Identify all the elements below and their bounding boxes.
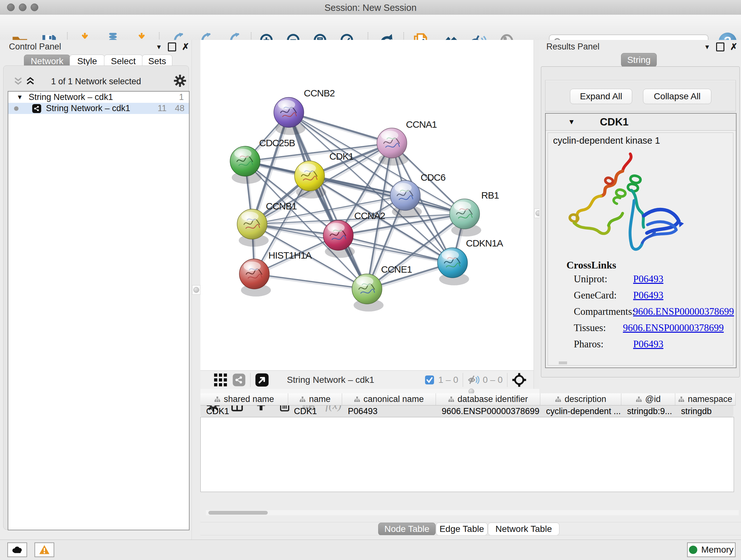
tree-expander-icon[interactable]: ▼	[17, 94, 23, 101]
crosslink-link[interactable]: 9606.ENSP00000378699	[623, 322, 724, 334]
table-cell[interactable]: stringdb	[675, 406, 735, 417]
left-splitter[interactable]	[192, 40, 201, 540]
network-node-ccne1[interactable]	[352, 274, 384, 312]
memory-button[interactable]: Memory	[687, 543, 736, 557]
gene-card-header[interactable]: ▼ CDK1	[546, 114, 736, 131]
gene-description: cyclin-dependent kinase 1	[553, 135, 660, 146]
column-header-name[interactable]: name	[288, 393, 342, 406]
birdseye-icon[interactable]	[255, 373, 269, 387]
tree-icon	[555, 396, 561, 402]
warnings-button[interactable]	[35, 543, 54, 557]
table-cell[interactable]: cyclin-dependent ...	[540, 406, 621, 417]
cloud-icon	[11, 544, 23, 556]
table-cell[interactable]: CDK1	[200, 406, 288, 417]
table-cell[interactable]: P06493	[342, 406, 435, 417]
node-table[interactable]: shared namenamecanonical namedatabase id…	[200, 417, 734, 492]
network-node-ccnb1[interactable]	[237, 209, 269, 247]
network-node-cdk1[interactable]	[294, 161, 326, 199]
network-options-gear-icon[interactable]	[174, 75, 186, 87]
panel-collapse-icon[interactable]: ▼	[704, 44, 711, 51]
tab-node-table[interactable]: Node Table	[378, 523, 435, 536]
tab-edge-table[interactable]: Edge Table	[436, 523, 488, 536]
column-header-description[interactable]: description	[540, 393, 621, 406]
crosslink-link[interactable]: P06493	[633, 273, 664, 285]
hidden-eye-icon[interactable]	[468, 374, 480, 386]
table-cell[interactable]: stringdb:9...	[621, 406, 675, 417]
panel-float-icon[interactable]	[168, 43, 176, 51]
toolbar-separator	[250, 373, 251, 387]
column-header--id[interactable]: @id	[621, 393, 675, 406]
network-view-title: String Network – cdk1	[287, 375, 374, 385]
expand-all-button[interactable]: Expand All	[570, 89, 632, 104]
network-node-hist1h1a[interactable]	[239, 259, 271, 297]
network-edge[interactable]	[289, 112, 367, 289]
hidden-counts: 0 – 0	[483, 375, 502, 385]
selected-checkbox-icon[interactable]	[425, 375, 434, 385]
card-hscroll-thumb[interactable]	[559, 361, 567, 364]
tree-icon	[299, 396, 306, 402]
network-row[interactable]: String Network – cdk1 11 48	[8, 103, 189, 114]
network-node-ccnb2[interactable]	[274, 98, 306, 135]
network-graph[interactable]: CCNB2CCNA1CDC25BCDK1CDC6RB1CCNB1CCNA2CDK…	[200, 40, 534, 370]
selected-counts: 1 – 0	[438, 375, 458, 385]
left-splitter-handle[interactable]	[192, 285, 200, 295]
tab-network-table[interactable]: Network Table	[488, 523, 559, 536]
network-node-cdkn1a[interactable]	[437, 248, 469, 286]
tree-icon	[214, 396, 220, 402]
network-node-ccna1[interactable]	[377, 128, 408, 166]
node-label-ccne1: CCNE1	[381, 264, 412, 274]
table-cell[interactable]: CDK1	[288, 406, 342, 417]
panel-close-icon[interactable]: ✗	[182, 44, 189, 51]
node-label-ccna1: CCNA1	[406, 119, 437, 130]
crosslinks-title: CrossLinks	[566, 259, 616, 271]
crosslink-link[interactable]: P06493	[633, 290, 664, 301]
column-header-namespace[interactable]: namespace	[675, 393, 736, 406]
crosslink-link[interactable]: 9606.ENSP00000378699	[633, 306, 734, 317]
protein-structure-image	[563, 149, 688, 260]
tree-icon	[448, 396, 455, 402]
network-node-ccna2[interactable]	[323, 220, 355, 258]
node-label-ccnb2: CCNB2	[304, 88, 335, 98]
tab-string[interactable]: String	[621, 53, 657, 67]
panel-close-icon[interactable]: ✗	[730, 44, 738, 51]
cloud-button[interactable]	[7, 543, 27, 557]
crosslink-label: Uniprot:	[574, 273, 633, 285]
network-edge[interactable]	[254, 274, 367, 289]
column-header-shared-name[interactable]: shared name	[200, 393, 288, 406]
crosslinks-list: Uniprot:P06493GeneCard:P06493Compartment…	[574, 273, 724, 355]
panel-float-icon[interactable]	[716, 43, 724, 51]
grid-view-icon[interactable]	[213, 373, 228, 387]
collection-count: 1	[179, 92, 184, 102]
title-bar: Session: New Session	[0, 0, 741, 15]
crosslink-link[interactable]: P06493	[633, 338, 664, 350]
network-view-toolbar: String Network – cdk1 1 – 0 0 – 0	[200, 370, 534, 389]
control-panel-title: Control Panel	[9, 42, 61, 52]
share-view-icon[interactable]	[232, 373, 246, 387]
table-hscrollbar[interactable]	[206, 510, 739, 515]
crosslink-row: Uniprot:P06493	[574, 273, 724, 285]
network-collection-label: String Network – cdk1	[29, 92, 113, 102]
status-bar: Memory	[0, 540, 741, 560]
gene-expander-icon[interactable]: ▼	[568, 118, 575, 126]
panel-collapse-icon[interactable]: ▼	[156, 44, 162, 51]
string-network-icon	[32, 104, 42, 113]
network-collection-row[interactable]: ▼ String Network – cdk1 1	[8, 91, 189, 103]
column-header-database-identifier[interactable]: database identifier	[436, 393, 540, 406]
network-status-dot	[14, 106, 18, 111]
table-cell[interactable]: 9606.ENSP00000378699	[436, 406, 540, 417]
fit-selected-crosshair-icon[interactable]	[512, 373, 527, 387]
network-node-cdc6[interactable]	[390, 180, 422, 218]
node-label-cdc6: CDC6	[421, 172, 446, 183]
network-canvas[interactable]: CCNB2CCNA1CDC25BCDK1CDC6RB1CCNB1CCNA2CDK…	[200, 40, 534, 370]
window-title: Session: New Session	[0, 3, 741, 13]
node-label-cdc25b: CDC25B	[259, 138, 295, 148]
expand-collapse-box: Expand All Collapse All	[545, 80, 736, 111]
toolbar-separator	[463, 373, 463, 387]
collapse-all-button[interactable]: Collapse All	[643, 89, 711, 104]
crosslink-label: Compartments:	[574, 306, 633, 317]
column-header-canonical-name[interactable]: canonical name	[342, 393, 436, 406]
table-hscroll-thumb[interactable]	[208, 511, 268, 515]
crosslink-row: Tissues:9606.ENSP00000378699	[574, 322, 724, 334]
network-node-cdc25b[interactable]	[230, 146, 262, 184]
network-node-rb1[interactable]	[450, 199, 481, 237]
